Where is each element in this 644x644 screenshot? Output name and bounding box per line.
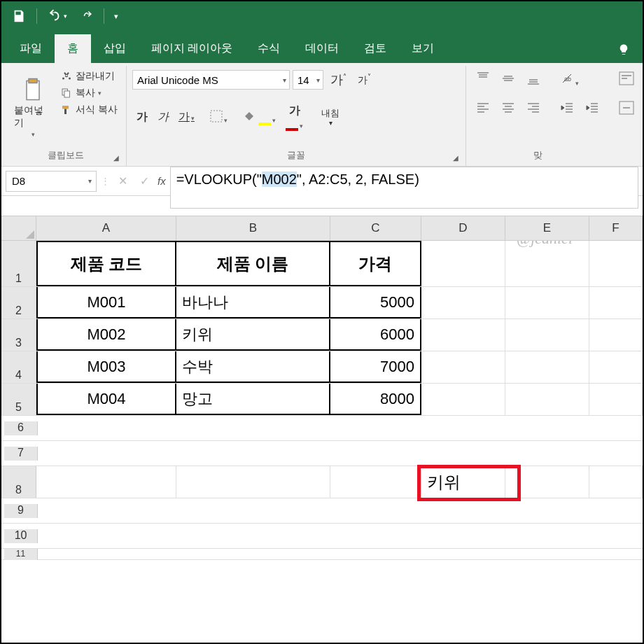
row-header-1[interactable]: 1 (1, 241, 36, 286)
row-header-10[interactable]: 10 (4, 529, 38, 543)
cell-E2[interactable] (505, 287, 589, 318)
cell-F3[interactable] (589, 319, 643, 351)
tab-home[interactable]: 홈 (55, 34, 91, 63)
cell-E1[interactable] (505, 241, 589, 286)
cell-F1[interactable] (589, 241, 643, 286)
fx-icon[interactable]: fx (158, 175, 166, 187)
decrease-indent-button[interactable] (556, 98, 578, 120)
cell-C8[interactable] (330, 466, 421, 498)
undo-button[interactable]: ▾ (43, 6, 71, 27)
cell-C5[interactable]: 8000 (330, 384, 421, 415)
cut-button[interactable]: 잘라내기 (57, 69, 120, 84)
align-middle-button[interactable] (497, 69, 519, 91)
cell-A8[interactable] (36, 466, 176, 498)
tab-formulas[interactable]: 수식 (245, 34, 293, 63)
grow-font-button[interactable]: 가˄ (326, 69, 351, 91)
fill-color-button[interactable]: ▾ (239, 107, 280, 128)
cell-F4[interactable] (589, 351, 643, 383)
col-header-B[interactable]: B (176, 216, 330, 240)
row-header-9[interactable]: 9 (4, 504, 38, 518)
align-right-button[interactable] (522, 98, 545, 120)
cell-A1[interactable]: 제품 코드 (36, 241, 176, 286)
copy-button[interactable]: 복사 ▾ (57, 85, 120, 101)
align-bottom-button[interactable] (522, 69, 545, 91)
col-header-E[interactable]: E (505, 216, 589, 240)
cell-B8[interactable] (176, 466, 330, 498)
cell-D4[interactable] (421, 351, 505, 383)
bold-button[interactable]: 가 (132, 107, 152, 127)
row-header-2[interactable]: 2 (1, 287, 36, 318)
cell-E8[interactable] (505, 466, 589, 498)
cell-D2[interactable] (421, 287, 505, 318)
cell-C1[interactable]: 가격 (330, 241, 421, 286)
cell-A4[interactable]: M003 (36, 351, 176, 383)
paste-button[interactable]: 붙여넣기 ▾ (11, 69, 55, 146)
cell-D1[interactable] (421, 241, 505, 286)
format-painter-button[interactable]: 서식 복사 (57, 102, 120, 118)
cell-D5[interactable] (421, 384, 505, 415)
name-box[interactable]: D8 (6, 171, 97, 192)
customize-qat-button[interactable]: ▾ (110, 9, 122, 24)
shrink-font-button[interactable]: 가˅ (354, 70, 375, 90)
tell-me[interactable] (610, 36, 637, 63)
align-center-button[interactable] (497, 98, 519, 120)
tab-page-layout[interactable]: 페이지 레이아웃 (139, 34, 245, 63)
col-header-A[interactable]: A (36, 216, 176, 240)
borders-button[interactable]: ▾ (206, 107, 232, 128)
cell-E5[interactable] (505, 384, 589, 415)
col-header-C[interactable]: C (330, 216, 421, 240)
cell-B5[interactable]: 망고 (176, 384, 330, 415)
cell-E3[interactable] (505, 319, 589, 351)
cell-E4[interactable] (505, 351, 589, 383)
cell-B2[interactable]: 바나나 (176, 287, 330, 318)
font-size-select[interactable]: 14 (293, 70, 323, 90)
font-dialog-launcher[interactable]: ◢ (453, 154, 458, 162)
cell-F8[interactable] (589, 466, 643, 498)
row-header-7[interactable]: 7 (4, 447, 38, 461)
select-all-corner[interactable] (1, 216, 36, 240)
cell-B4[interactable]: 수박 (176, 351, 330, 383)
row-header-3[interactable]: 3 (1, 319, 36, 351)
tab-data[interactable]: 데이터 (293, 34, 351, 63)
col-header-D[interactable]: D (421, 216, 505, 240)
cell-D8[interactable]: 키위 (421, 466, 505, 498)
clipboard-dialog-launcher[interactable]: ◢ (113, 154, 119, 162)
underline-button[interactable]: 가▾ (174, 107, 199, 127)
font-name-select[interactable]: Arial Unicode MS (132, 70, 290, 90)
cell-B1[interactable]: 제품 이름 (176, 241, 330, 286)
cell-C4[interactable]: 7000 (330, 351, 421, 383)
italic-button[interactable]: 가 (153, 107, 173, 127)
row-header-6[interactable]: 6 (4, 421, 38, 435)
phonetic-button[interactable]: 내침▾ (317, 106, 344, 130)
redo-button[interactable] (77, 7, 98, 25)
row-header-5[interactable]: 5 (1, 384, 36, 415)
tab-file[interactable]: 파일 (7, 34, 55, 63)
cell-B3[interactable]: 키위 (176, 319, 330, 351)
cell-D3[interactable] (421, 319, 505, 351)
tab-view[interactable]: 보기 (399, 34, 447, 63)
tab-review[interactable]: 검토 (351, 34, 399, 63)
cell-A2[interactable]: M001 (36, 287, 176, 318)
orientation-button[interactable]: ab▾ (556, 69, 583, 91)
cell-A5[interactable]: M004 (36, 384, 176, 415)
increase-indent-button[interactable] (581, 98, 603, 120)
cell-F5[interactable] (589, 384, 643, 415)
font-color-button[interactable]: 가▾ (281, 101, 307, 134)
merge-button[interactable] (615, 98, 638, 120)
enter-formula-button[interactable]: ✓ (136, 174, 153, 188)
cell-C2[interactable]: 5000 (330, 287, 421, 318)
align-top-button[interactable] (472, 69, 494, 91)
formula-bar[interactable]: =VLOOKUP("M002", A2:C5, 2, FALSE) (170, 167, 638, 209)
row-header-4[interactable]: 4 (1, 351, 36, 383)
cell-F2[interactable] (589, 287, 643, 318)
tab-insert[interactable]: 삽입 (91, 34, 139, 63)
save-button[interactable] (7, 6, 31, 27)
row-header-8[interactable]: 8 (1, 466, 36, 498)
wrap-text-button[interactable] (615, 69, 638, 91)
cell-C3[interactable]: 6000 (330, 319, 421, 351)
row-header-11[interactable]: 11 (4, 549, 38, 560)
cancel-formula-button[interactable]: ✕ (114, 174, 132, 188)
align-left-button[interactable] (472, 98, 494, 120)
col-header-F[interactable]: F (589, 216, 643, 240)
cell-A3[interactable]: M002 (36, 319, 176, 351)
